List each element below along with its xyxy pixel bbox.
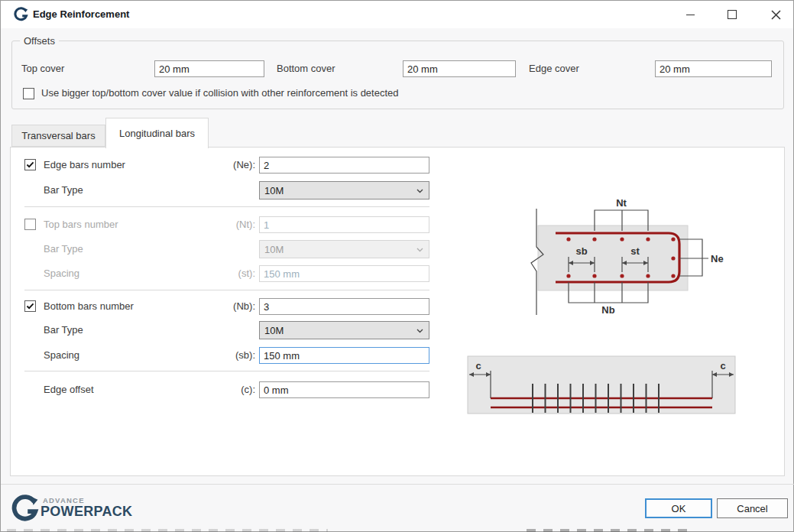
maximize-button[interactable]	[715, 1, 750, 28]
edge-bars-input[interactable]	[259, 157, 429, 174]
footer-divider	[1, 484, 794, 485]
section-divider	[24, 371, 429, 371]
diagram-label-nb: Nb	[601, 304, 614, 316]
top-cover-input[interactable]	[154, 60, 264, 77]
cancel-button[interactable]: Cancel	[717, 498, 788, 518]
diagram-label-sb: sb	[575, 245, 587, 257]
bottom-bar-type-value: 10M	[264, 325, 284, 336]
top-cover-label: Top cover	[21, 60, 64, 77]
collision-checkbox[interactable]	[23, 88, 34, 99]
top-bar-type-label: Bar Type	[44, 241, 83, 258]
edge-offset-label: Edge offset	[44, 381, 94, 398]
titlebar: Edge Reinforcement	[1, 1, 793, 28]
offsets-group: Offsets Top cover Bottom cover Edge cove…	[11, 41, 784, 109]
edge-reinforcement-dialog: Edge Reinforcement Offsets Top cover Bot…	[0, 0, 794, 532]
tab-transversal-bars[interactable]: Transversal bars	[11, 125, 105, 147]
edge-offset-input[interactable]	[259, 381, 429, 398]
edge-bars-checkbox[interactable]	[24, 159, 36, 170]
background-window-artifact	[7, 529, 328, 532]
top-spacing-label: Spacing	[44, 265, 79, 282]
top-bars-input[interactable]	[259, 216, 429, 233]
ok-button[interactable]: OK	[645, 498, 712, 518]
edge-bar-type-value: 10M	[264, 185, 284, 196]
top-bars-param: (Nt):	[190, 216, 255, 233]
edge-cover-label: Edge cover	[529, 60, 579, 77]
section-divider	[24, 206, 429, 207]
tab-transversal-bars-label: Transversal bars	[21, 130, 95, 141]
elevation-diagram: c c	[466, 351, 741, 420]
section-diagram: Nt Nb sb st Ne	[521, 193, 773, 323]
tab-longitudinal-bars[interactable]: Longitudinal bars	[105, 118, 209, 148]
diagram-label-st: st	[630, 245, 640, 257]
edge-bar-type-label: Bar Type	[44, 182, 83, 199]
bottom-bars-input[interactable]	[259, 298, 429, 315]
graitec-logo-icon	[13, 7, 28, 25]
maximize-icon	[728, 10, 737, 19]
top-bars-checkbox[interactable]	[24, 219, 36, 230]
chevron-down-icon	[416, 248, 423, 252]
edge-offset-param: (c):	[190, 381, 255, 398]
collision-checkbox-label: Use bigger top/bottom cover value if col…	[41, 86, 399, 102]
section-divider	[24, 290, 429, 290]
bottom-spacing-label: Spacing	[44, 347, 79, 364]
bottom-bars-param: (Nb):	[190, 298, 255, 315]
bottom-bars-checkbox[interactable]	[24, 300, 36, 312]
diagram-label-c-right: c	[720, 360, 725, 371]
bottom-cover-label: Bottom cover	[277, 60, 335, 77]
tab-longitudinal-bars-label: Longitudinal bars	[119, 128, 195, 139]
diagram-label-c-left: c	[475, 360, 481, 371]
chevron-down-icon	[416, 189, 423, 193]
minimize-button[interactable]	[672, 1, 708, 28]
close-icon	[771, 10, 781, 20]
tab-content-panel: Edge bars number (Ne): Bar Type 10M Top …	[10, 147, 785, 476]
window-title: Edge Reinforcement	[33, 1, 129, 28]
top-bar-type-select[interactable]: 10M	[259, 240, 429, 258]
edge-bars-param: (Ne):	[190, 157, 255, 174]
minimize-icon	[686, 15, 695, 15]
background-window-artifact	[527, 529, 693, 532]
bottom-bar-type-select[interactable]: 10M	[259, 321, 429, 339]
bottom-bars-label: Bottom bars number	[44, 298, 134, 315]
top-spacing-param: (st):	[190, 265, 255, 282]
diagram-label-nt: Nt	[616, 197, 627, 209]
checkmark-icon	[26, 303, 34, 310]
offsets-legend: Offsets	[20, 35, 59, 47]
bottom-bar-type-label: Bar Type	[44, 322, 83, 339]
bottom-spacing-input[interactable]	[259, 347, 429, 364]
checkmark-icon	[26, 161, 34, 168]
top-spacing-input[interactable]	[259, 265, 429, 282]
edge-bar-type-select[interactable]: 10M	[259, 181, 429, 200]
brand-powerpack-text: POWERPACK	[41, 504, 132, 520]
bottom-cover-input[interactable]	[403, 60, 516, 77]
close-button[interactable]	[757, 1, 794, 28]
powerpack-logo-icon	[10, 495, 39, 527]
edge-bars-label: Edge bars number	[44, 157, 125, 174]
edge-cover-input[interactable]	[655, 60, 772, 77]
top-bars-label: Top bars number	[44, 216, 118, 233]
diagram-label-ne: Ne	[711, 253, 724, 264]
chevron-down-icon	[416, 329, 423, 333]
bottom-spacing-param: (sb):	[190, 347, 255, 364]
top-bar-type-value: 10M	[264, 244, 284, 255]
